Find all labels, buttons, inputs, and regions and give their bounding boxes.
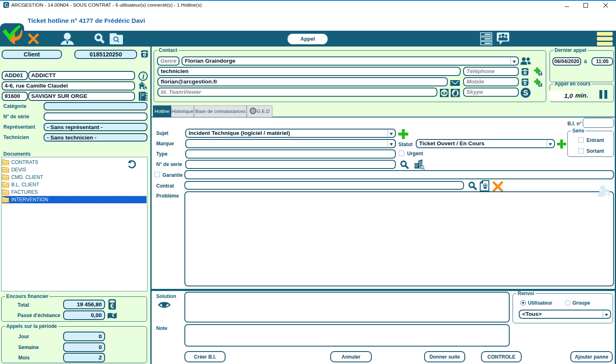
- svg-text:i: i: [142, 72, 144, 81]
- svg-text:€: €: [110, 303, 114, 310]
- svg-text:S: S: [523, 89, 528, 97]
- svg-text:€: €: [112, 313, 115, 318]
